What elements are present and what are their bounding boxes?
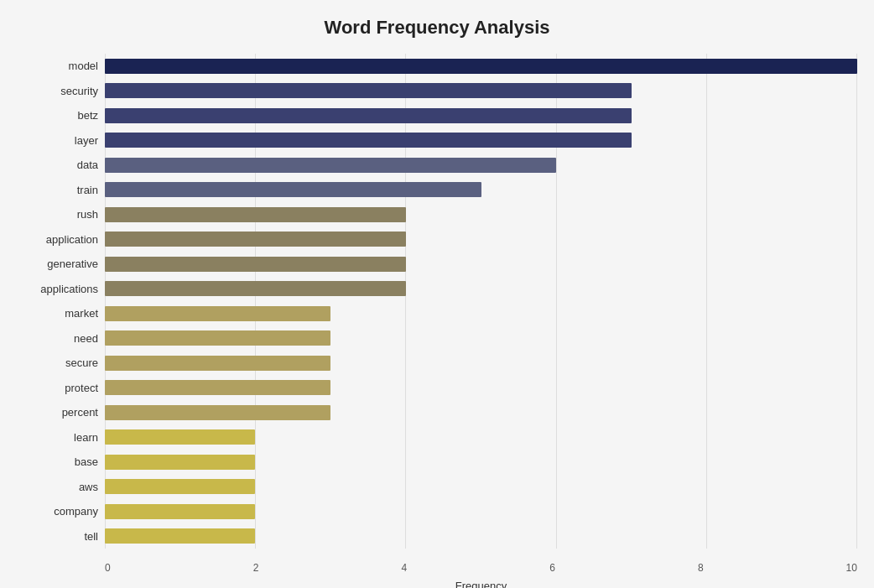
y-label: applications	[17, 284, 98, 294]
y-label: need	[17, 333, 98, 344]
y-label: learn	[17, 432, 98, 443]
x-tick-label: 4	[401, 562, 407, 574]
bar-row	[105, 206, 857, 224]
bar	[105, 504, 255, 519]
chart-area: modelsecuritybetzlayerdatatrainrushappli…	[17, 54, 857, 549]
y-label: percent	[17, 407, 98, 418]
bar	[105, 133, 632, 148]
bar	[105, 330, 330, 346]
bar-row	[105, 428, 857, 446]
bar-row	[105, 477, 857, 496]
y-label: rush	[17, 209, 98, 220]
y-label: aws	[17, 481, 98, 492]
bar-row	[105, 403, 857, 422]
bar-row	[105, 131, 857, 149]
bar	[105, 429, 255, 445]
y-label: secure	[17, 357, 98, 368]
bar-row	[105, 527, 857, 545]
x-axis-title: Frequency	[105, 580, 857, 588]
bar-row	[105, 502, 857, 521]
y-label: betz	[17, 110, 98, 121]
bar	[105, 281, 406, 296]
bar-row	[105, 255, 857, 273]
bar	[105, 257, 406, 272]
x-tick-label: 2	[253, 562, 259, 574]
y-label: security	[17, 86, 98, 96]
bar-row	[105, 304, 857, 323]
bar-row	[105, 230, 857, 248]
bar	[105, 356, 330, 371]
x-axis: 0246810	[105, 562, 857, 574]
y-label: generative	[17, 258, 98, 269]
y-label: data	[17, 159, 98, 170]
bar	[105, 108, 632, 123]
chart-title: Word Frequency Analysis	[17, 17, 857, 39]
y-label: model	[17, 60, 98, 71]
bar	[105, 405, 330, 420]
y-label: market	[17, 308, 98, 319]
bar	[105, 59, 857, 74]
bar-row	[105, 453, 857, 471]
x-tick-label: 8	[698, 562, 704, 574]
y-label: base	[17, 456, 98, 467]
y-label: train	[17, 185, 98, 195]
bar-row	[105, 378, 857, 397]
y-label: application	[17, 234, 98, 245]
bar	[105, 306, 330, 321]
bar	[105, 182, 481, 197]
bar-row	[105, 81, 857, 100]
y-label: company	[17, 506, 98, 517]
y-label: tell	[17, 531, 98, 542]
bar	[105, 207, 406, 222]
bar	[105, 380, 330, 395]
bar-row	[105, 279, 857, 298]
x-tick-label: 10	[846, 562, 857, 574]
y-label: protect	[17, 382, 98, 393]
chart-container: Word Frequency Analysis modelsecuritybet…	[0, 0, 874, 588]
y-labels: modelsecuritybetzlayerdatatrainrushappli…	[17, 54, 105, 549]
bar	[105, 158, 556, 173]
bar	[105, 232, 406, 247]
bar-row	[105, 354, 857, 372]
bar-row	[105, 57, 857, 75]
bar	[105, 83, 632, 98]
bar	[105, 455, 255, 470]
bar-row	[105, 107, 857, 125]
bar-row	[105, 180, 857, 199]
bar-row	[105, 156, 857, 174]
x-tick-label: 0	[105, 562, 111, 574]
x-tick-label: 6	[549, 562, 555, 574]
bar-row	[105, 329, 857, 347]
bar	[105, 479, 255, 494]
bar	[105, 528, 255, 544]
bars-and-grid: 0246810 Frequency	[105, 54, 857, 549]
y-label: layer	[17, 135, 98, 146]
